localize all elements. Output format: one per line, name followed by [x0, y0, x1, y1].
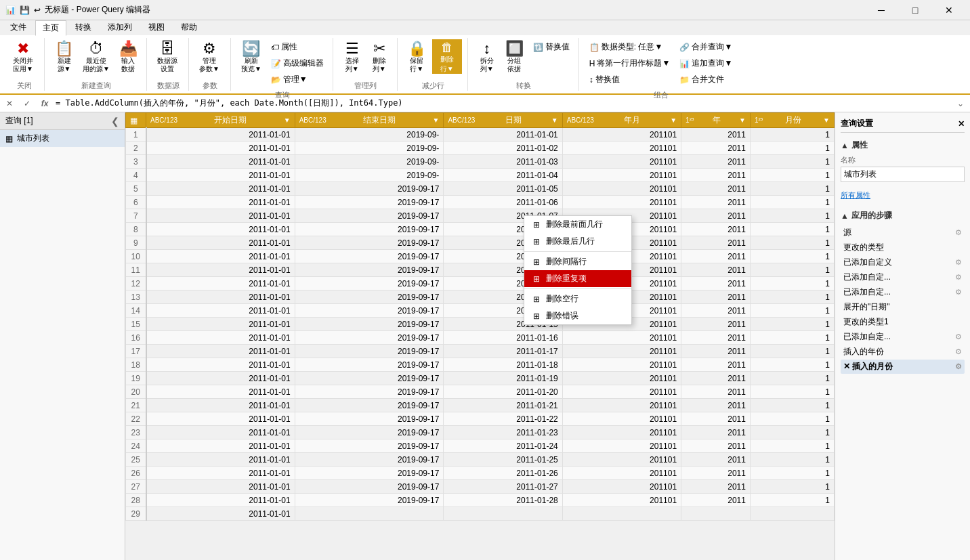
step-source[interactable]: 源 ⚙: [841, 225, 965, 240]
step-added-custom1[interactable]: 已添加自定义 ⚙: [841, 255, 965, 270]
delete-cols-btn[interactable]: ✂ 删除列▼: [367, 39, 392, 75]
th-start-filter[interactable]: ▼: [284, 116, 291, 124]
panel-collapse-btn[interactable]: ❮: [111, 116, 119, 127]
cell-rownum: 5: [126, 182, 146, 196]
th-date-filter[interactable]: ▼: [551, 116, 558, 124]
close-apply-btn[interactable]: ✖ 关闭并应用▼: [9, 39, 37, 75]
step-added-custom4-gear[interactable]: ⚙: [955, 332, 962, 341]
tab-add-column[interactable]: 添加列: [100, 20, 140, 35]
cell-data: 2011-01-01: [146, 399, 295, 412]
ctx-delete-last-rows[interactable]: ⊞ 删除最后几行: [524, 233, 631, 250]
th-end-date[interactable]: ABC/123 结束日期 ▼: [295, 113, 444, 128]
ribbon-buttons-reduce-rows: 🔒 保留行▼ 🗑 删除 行▼: [404, 38, 462, 79]
data-grid-container[interactable]: ▦ ABC/123 开始日期 ▼ ABC/123 结束日期: [125, 112, 835, 560]
tab-help[interactable]: 帮助: [173, 20, 205, 35]
refresh-preview-btn[interactable]: 🔄 刷新预览▼: [238, 39, 265, 75]
step-added-custom2-gear[interactable]: ⚙: [955, 273, 962, 282]
formula-expand-btn[interactable]: ⌄: [954, 97, 967, 110]
step-source-gear[interactable]: ⚙: [955, 228, 962, 237]
select-cols-btn[interactable]: ☰ 选择列▼: [340, 39, 364, 75]
step-added-custom3[interactable]: 已添加自定... ⚙: [841, 285, 965, 299]
properties-section-title: ▲ 属性: [841, 139, 965, 151]
split-col-icon: ↕: [483, 41, 490, 56]
th-year-filter[interactable]: ▼: [739, 116, 746, 124]
step-change-type1[interactable]: 更改的类型1: [841, 315, 965, 329]
recent-sources-btn[interactable]: ⏱ 最近使用的源▼: [79, 39, 113, 75]
cell-data: 2019-09-17: [295, 345, 444, 358]
step-added-custom3-gear[interactable]: ⚙: [955, 288, 962, 297]
th-month[interactable]: 1²³ 月份 ▼: [750, 113, 834, 128]
step-added-custom1-gear[interactable]: ⚙: [955, 258, 962, 267]
formula-fx-btn[interactable]: fx: [38, 97, 51, 110]
formula-cancel-btn[interactable]: ✕: [3, 97, 16, 110]
advanced-editor-btn[interactable]: 📝 高级编辑器: [268, 56, 327, 71]
replace-value2-btn[interactable]: ↕ 替换值: [586, 72, 674, 87]
tab-home[interactable]: 主页: [35, 20, 66, 36]
use-first-row-btn[interactable]: H 将第一行用作标题▼: [586, 56, 674, 71]
ctx-delete-duplicates[interactable]: ⊞ 删除重复项: [524, 270, 631, 287]
name-value[interactable]: 城市列表: [841, 167, 965, 182]
th-end-filter[interactable]: ▼: [432, 116, 439, 124]
ctx-delete-blank-rows[interactable]: ⊞ 删除空行: [524, 290, 631, 307]
group-by-btn[interactable]: 🔲 分组依据: [502, 39, 527, 75]
formula-input[interactable]: [56, 99, 950, 108]
minimize-btn[interactable]: ─: [866, 0, 897, 20]
ctx-delete-alternate-rows[interactable]: ⊞ 删除间隔行: [524, 253, 631, 270]
datasource-settings-btn[interactable]: 🗄 数据源设置: [154, 39, 181, 75]
step-expand-date[interactable]: 展开的"日期": [841, 300, 965, 314]
th-yearmonth-filter[interactable]: ▼: [670, 116, 677, 124]
cell-data: 2019-09-17: [295, 358, 444, 372]
all-properties-link[interactable]: 所有属性: [841, 190, 965, 200]
delete-rows-main-btn[interactable]: 🗑 删除 行▼: [432, 39, 462, 74]
manage-params-btn[interactable]: ⚙ 管理参数▼: [196, 39, 223, 75]
right-panel-close[interactable]: ✕: [958, 119, 965, 129]
th-month-filter[interactable]: ▼: [823, 116, 830, 124]
th-start-date[interactable]: ABC/123 开始日期 ▼: [146, 113, 295, 128]
cell-data: 201101: [562, 480, 681, 494]
maximize-btn[interactable]: □: [900, 0, 931, 20]
cell-data: 2011-01-06: [444, 196, 562, 209]
cell-data: 2011: [681, 385, 751, 399]
quick-access-undo[interactable]: ↩: [34, 5, 41, 15]
th-month-type: 1²³: [755, 116, 763, 124]
keep-rows-btn[interactable]: 🔒 保留行▼: [404, 39, 429, 75]
cell-data: [295, 507, 444, 521]
cell-rownum: 16: [126, 331, 146, 345]
step-change-type[interactable]: 更改的类型: [841, 240, 965, 255]
merge-file-btn[interactable]: 📁 合并文件: [676, 72, 736, 87]
properties-btn[interactable]: 🏷 属性: [268, 39, 327, 55]
tab-transform[interactable]: 转换: [68, 20, 99, 35]
data-type-btn[interactable]: 📋 数据类型: 任意▼: [586, 39, 674, 55]
ctx-delete-errors[interactable]: ⊞ 删除错误: [524, 307, 631, 324]
th-yearmonth[interactable]: ABC/123 年月 ▼: [562, 113, 681, 128]
th-date[interactable]: ABC/123 日期 ▼: [444, 113, 562, 128]
close-btn[interactable]: ✕: [933, 0, 965, 20]
keep-rows-label: 保留行▼: [410, 57, 423, 73]
tab-file[interactable]: 文件: [3, 20, 34, 35]
cell-data: 2011-01-26: [444, 467, 562, 480]
step-added-custom2[interactable]: 已添加自定... ⚙: [841, 270, 965, 284]
table-row: 52011-01-012019-09-172011-01-05201101201…: [126, 182, 835, 196]
cell-rownum: 29: [126, 507, 146, 521]
cell-rownum: 14: [126, 304, 146, 318]
quick-access-save[interactable]: 💾: [20, 5, 30, 15]
ctx-delete-first-rows[interactable]: ⊞ 删除最前面几行: [524, 216, 631, 233]
merge-query-btn[interactable]: 🔗 合并查询▼: [676, 39, 736, 55]
tab-view[interactable]: 视图: [141, 20, 172, 35]
formula-confirm-btn[interactable]: ✓: [20, 97, 34, 110]
manage-btn[interactable]: 📂 管理▼: [268, 72, 327, 87]
new-source-btn[interactable]: 📋 新建源▼: [51, 39, 77, 75]
cell-data: 201101: [562, 453, 681, 467]
replace-value-btn[interactable]: 🔃 替换值: [530, 39, 573, 55]
enter-data-btn[interactable]: 📥 输入数据: [116, 39, 141, 75]
cell-data: 2011-01-01: [146, 182, 295, 196]
step-insert-year[interactable]: 插入的年份 ⚙: [841, 345, 965, 359]
step-insert-month-gear[interactable]: ⚙: [955, 362, 962, 371]
step-added-custom4[interactable]: 已添加自定... ⚙: [841, 330, 965, 344]
step-insert-month[interactable]: ✕ 插入的月份 ⚙: [841, 360, 965, 374]
th-year[interactable]: 1²³ 年 ▼: [681, 113, 751, 128]
step-insert-year-gear[interactable]: ⚙: [955, 347, 962, 356]
append-query-btn[interactable]: 📊 追加查询▼: [676, 56, 736, 71]
query-item-city-list[interactable]: ▦ 城市列表: [0, 130, 125, 147]
split-col-btn[interactable]: ↕ 拆分列▼: [475, 39, 499, 75]
